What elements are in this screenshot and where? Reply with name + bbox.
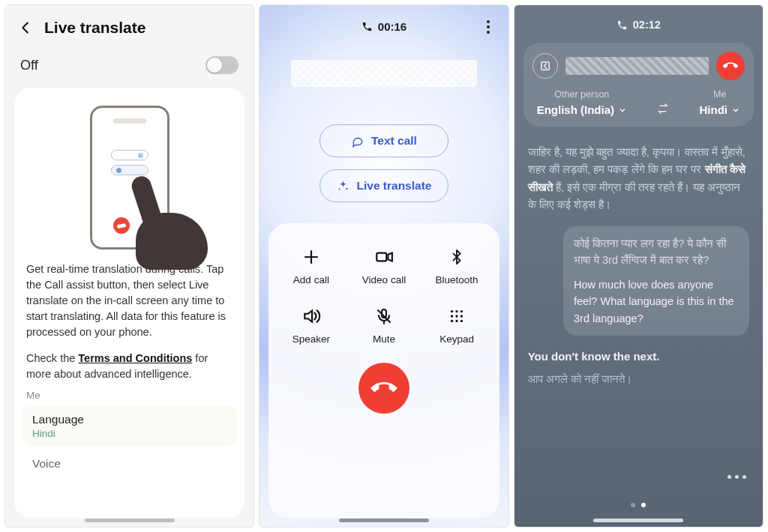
other-language-select[interactable]: Other person English (India) bbox=[537, 89, 627, 116]
terms-prefix: Check the bbox=[26, 352, 78, 364]
keypad-label: Keypad bbox=[440, 333, 474, 345]
me-message-bubble: कोई कितना प्यार लग रहा है? ये कौन सी भाष… bbox=[563, 226, 749, 336]
call-statusbar: 00:16 bbox=[260, 5, 508, 39]
call-controls-grid: Add call Video call Bluetooth Speaker Mu… bbox=[274, 240, 493, 358]
illustration bbox=[26, 101, 232, 262]
you-line: You don't know the next. bbox=[528, 348, 749, 365]
other-language-value: English (India) bbox=[537, 103, 614, 116]
page-indicator bbox=[631, 503, 646, 507]
panel-translate: 02:12 Other person English (India) Me bbox=[514, 4, 764, 528]
live-translate-button[interactable]: Live translate bbox=[320, 169, 448, 202]
transcript[interactable]: जाहिर है, यह मुझे बहुत ज्यादा है, कृपया।… bbox=[514, 127, 763, 527]
chevron-down-icon bbox=[731, 106, 740, 115]
master-toggle[interactable] bbox=[206, 56, 238, 74]
description-text: Get real-time translation during calls. … bbox=[26, 262, 232, 340]
video-call-label: Video call bbox=[362, 274, 406, 285]
svg-point-9 bbox=[455, 310, 458, 312]
speaker-button[interactable]: Speaker bbox=[274, 299, 347, 358]
other-message: जाहिर है, यह मुझे बहुत ज्यादा है, कृपया।… bbox=[528, 143, 749, 213]
language-selector-row: Other person English (India) Me Hindi bbox=[532, 89, 745, 116]
home-indicator bbox=[339, 519, 429, 522]
svg-rect-17 bbox=[541, 62, 549, 70]
call-duration-text: 00:16 bbox=[378, 20, 406, 33]
svg-point-12 bbox=[455, 315, 458, 317]
add-call-button[interactable]: Add call bbox=[274, 240, 347, 299]
chat-icon bbox=[351, 135, 364, 148]
page-title: Live translate bbox=[44, 19, 146, 37]
more-menu-icon[interactable] bbox=[482, 20, 495, 34]
svg-point-8 bbox=[451, 310, 453, 312]
svg-point-11 bbox=[451, 315, 453, 317]
home-indicator bbox=[85, 519, 175, 522]
hangup-button[interactable] bbox=[716, 52, 745, 80]
svg-rect-2 bbox=[376, 253, 386, 262]
svg-marker-4 bbox=[304, 310, 312, 321]
hangup-icon bbox=[366, 370, 402, 406]
svg-point-14 bbox=[451, 320, 453, 322]
text-call-label: Text call bbox=[371, 134, 417, 148]
call-duration-text: 02:12 bbox=[633, 19, 661, 31]
header: Live translate bbox=[5, 5, 254, 49]
language-value: Hindi bbox=[32, 428, 226, 439]
swap-icon[interactable] bbox=[656, 102, 670, 115]
plus-icon bbox=[302, 247, 321, 267]
me-translated-text: How much love does anyone feel? What lan… bbox=[574, 276, 739, 327]
assist-buttons: Text call Live translate bbox=[260, 124, 508, 202]
home-indicator bbox=[593, 519, 683, 522]
svg-marker-3 bbox=[388, 253, 392, 262]
phone-icon bbox=[362, 21, 373, 32]
mute-label: Mute bbox=[373, 333, 395, 345]
video-call-button[interactable]: Video call bbox=[347, 240, 420, 299]
live-translate-label: Live translate bbox=[357, 179, 432, 193]
me-language-select[interactable]: Me Hindi bbox=[699, 89, 740, 116]
bluetooth-button[interactable]: Bluetooth bbox=[421, 240, 494, 299]
svg-point-13 bbox=[460, 315, 463, 317]
section-me-label: Me bbox=[26, 390, 232, 401]
call-statusbar: 02:12 bbox=[514, 5, 763, 38]
hangup-button[interactable] bbox=[358, 363, 410, 414]
language-row[interactable]: Language Hindi bbox=[22, 405, 237, 447]
collapse-button[interactable] bbox=[532, 53, 558, 79]
you-sub: आप अगले को नहीं जानते। bbox=[528, 370, 749, 387]
toggle-state-label: Off bbox=[20, 58, 38, 73]
language-label: Language bbox=[32, 413, 226, 426]
bluetooth-label: Bluetooth bbox=[436, 274, 478, 285]
me-source-text: कोई कितना प्यार लग रहा है? ये कौन सी भाष… bbox=[574, 235, 739, 269]
info-card: Get real-time translation during calls. … bbox=[14, 88, 244, 518]
add-call-label: Add call bbox=[293, 274, 329, 285]
other-text-post: हैं, इसे एक मीग्रा की तरह रहते हैं। यह अ… bbox=[528, 181, 741, 211]
video-icon bbox=[374, 247, 394, 267]
svg-point-16 bbox=[460, 320, 463, 322]
phone-icon bbox=[616, 19, 628, 31]
caller-name-redacted bbox=[566, 57, 709, 75]
speaker-icon bbox=[302, 306, 321, 326]
back-icon[interactable] bbox=[17, 19, 34, 36]
panel-settings: Live translate Off Get real-time transla… bbox=[4, 4, 254, 528]
voice-row[interactable]: Voice bbox=[26, 453, 232, 471]
call-duration: 00:16 bbox=[362, 20, 406, 33]
call-controls-card: Add call Video call Bluetooth Speaker Mu… bbox=[268, 223, 499, 518]
other-message-2: You don't know the next. आप अगले को नहीं… bbox=[528, 348, 749, 387]
more-icon[interactable] bbox=[728, 475, 746, 479]
keypad-button[interactable]: Keypad bbox=[421, 299, 494, 358]
bluetooth-icon bbox=[447, 247, 466, 267]
master-toggle-row: Off bbox=[5, 49, 254, 88]
mute-button[interactable]: Mute bbox=[347, 299, 420, 358]
svg-point-15 bbox=[455, 320, 458, 322]
keypad-icon bbox=[447, 306, 466, 326]
panel-incall: 00:16 Text call Live translate Add call … bbox=[259, 4, 508, 528]
chevron-down-icon bbox=[618, 106, 627, 115]
me-label: Me bbox=[713, 89, 726, 100]
caller-name-redacted bbox=[291, 60, 477, 87]
translate-header: Other person English (India) Me Hindi bbox=[524, 43, 754, 127]
svg-point-10 bbox=[460, 310, 463, 312]
other-label: Other person bbox=[554, 89, 609, 100]
terms-link[interactable]: Terms and Conditions bbox=[78, 352, 192, 364]
me-language-value: Hindi bbox=[699, 103, 728, 116]
sparkle-icon bbox=[337, 180, 350, 193]
text-call-button[interactable]: Text call bbox=[320, 124, 448, 157]
mute-icon bbox=[374, 306, 394, 326]
terms-text: Check the Terms and Conditions for more … bbox=[26, 351, 232, 382]
speaker-label: Speaker bbox=[292, 333, 330, 345]
